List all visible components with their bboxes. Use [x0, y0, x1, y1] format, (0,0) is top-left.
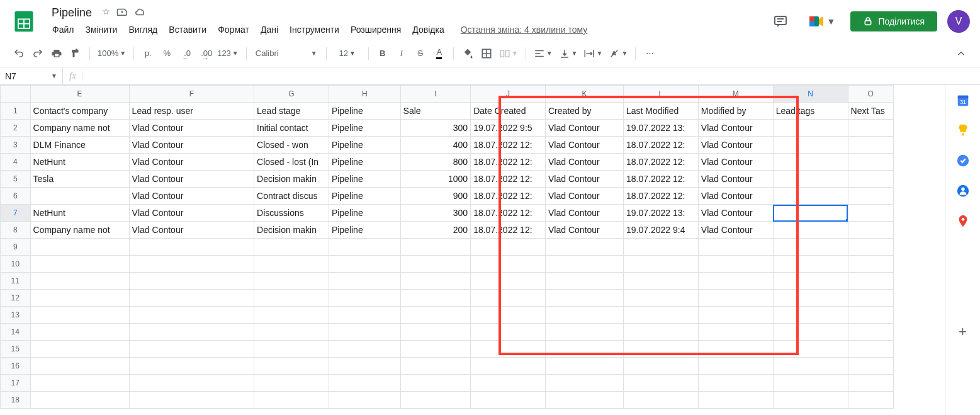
col-header-E[interactable]: E [30, 86, 129, 103]
cell[interactable] [329, 307, 400, 324]
cell[interactable]: Contact's company [30, 103, 129, 120]
col-header-N[interactable]: N [773, 86, 848, 103]
cell[interactable]: Next Tas [848, 103, 893, 120]
cell[interactable]: Vlad Contour [546, 188, 624, 205]
menu-view[interactable]: Вигляд [124, 22, 162, 37]
cell[interactable] [773, 256, 848, 273]
cell[interactable]: Company name not [30, 120, 129, 137]
cell[interactable] [773, 222, 848, 239]
dec-decrease-button[interactable]: .0← [177, 45, 194, 62]
cell[interactable] [254, 358, 329, 375]
cell[interactable]: 19.07.2022 13: [624, 120, 699, 137]
cell[interactable] [30, 188, 129, 205]
collapse-toolbar-button[interactable] [952, 45, 970, 62]
cell[interactable] [329, 358, 400, 375]
cell[interactable]: 18.07.2022 12: [624, 171, 699, 188]
cell[interactable]: Vlad Contour [129, 222, 254, 239]
row-header[interactable]: 1 [1, 103, 31, 120]
cell[interactable] [698, 341, 773, 358]
cell[interactable]: Date Created [471, 103, 546, 120]
font-select[interactable]: Calibri▼ [252, 45, 321, 62]
col-header-F[interactable]: F [129, 86, 254, 103]
cell[interactable] [624, 375, 699, 392]
row-header[interactable]: 4 [1, 154, 31, 171]
cell[interactable]: Vlad Contour [129, 188, 254, 205]
cell[interactable] [129, 324, 254, 341]
doc-title[interactable]: Pipeline [48, 5, 96, 21]
cell[interactable] [30, 375, 129, 392]
cell[interactable] [471, 375, 546, 392]
col-header-O[interactable]: O [848, 86, 893, 103]
wrap-button[interactable]: ▼ [581, 45, 605, 62]
menu-data[interactable]: Дані [256, 22, 283, 37]
cell[interactable]: Vlad Contour [129, 120, 254, 137]
cell[interactable] [329, 341, 400, 358]
menu-edit[interactable]: Змінити [81, 22, 121, 37]
keep-icon[interactable] [955, 123, 971, 138]
col-header-L[interactable]: L [624, 86, 699, 103]
col-header-J[interactable]: J [471, 86, 546, 103]
cell[interactable] [400, 392, 471, 409]
cell[interactable] [329, 324, 400, 341]
cell[interactable] [848, 222, 893, 239]
cell[interactable] [848, 324, 893, 341]
row-header[interactable]: 11 [1, 273, 31, 290]
cell[interactable] [400, 256, 471, 273]
cell[interactable] [129, 392, 254, 409]
cell[interactable] [773, 290, 848, 307]
cell[interactable]: Vlad Contour [546, 205, 624, 222]
cell[interactable] [773, 375, 848, 392]
cell[interactable] [329, 256, 400, 273]
cell[interactable]: 18.07.2022 12: [624, 154, 699, 171]
h-align-button[interactable]: ▼ [531, 45, 555, 62]
spreadsheet-grid[interactable]: E F G H I J K L M N O 1Con [0, 85, 894, 409]
cell[interactable] [400, 307, 471, 324]
row-header[interactable]: 7 [1, 205, 31, 222]
cell[interactable] [471, 324, 546, 341]
cell[interactable] [30, 290, 129, 307]
cell[interactable]: Vlad Contour [698, 222, 773, 239]
cell[interactable] [254, 239, 329, 256]
cell[interactable] [329, 375, 400, 392]
cell[interactable]: 18.07.2022 12: [471, 222, 546, 239]
text-color-button[interactable]: A [431, 45, 448, 62]
cell[interactable] [30, 341, 129, 358]
cell[interactable]: DLM Finance [30, 137, 129, 154]
name-box[interactable]: N7 ▼ [0, 67, 63, 84]
cell[interactable]: Vlad Contour [698, 188, 773, 205]
cell[interactable] [624, 273, 699, 290]
cell[interactable] [773, 307, 848, 324]
cell[interactable] [698, 256, 773, 273]
cell[interactable] [773, 324, 848, 341]
cell[interactable] [773, 120, 848, 137]
cell[interactable] [129, 341, 254, 358]
cell[interactable] [848, 205, 893, 222]
cell[interactable]: Modified by [698, 103, 773, 120]
col-header-M[interactable]: M [698, 86, 773, 103]
cell[interactable]: 18.07.2022 12: [471, 154, 546, 171]
cell[interactable] [546, 324, 624, 341]
row-header[interactable]: 15 [1, 341, 31, 358]
cell[interactable] [471, 239, 546, 256]
cell[interactable]: Closed - won [254, 137, 329, 154]
cell[interactable]: Last Modified [624, 103, 699, 120]
menu-extensions[interactable]: Розширення [346, 22, 405, 37]
row-header[interactable]: 12 [1, 290, 31, 307]
sheets-logo[interactable] [10, 8, 38, 35]
contacts-icon[interactable] [955, 183, 971, 198]
cell[interactable]: Tesla [30, 171, 129, 188]
cell[interactable] [546, 341, 624, 358]
cell[interactable] [848, 358, 893, 375]
cell[interactable]: Vlad Contour [129, 154, 254, 171]
cell[interactable] [30, 392, 129, 409]
cell[interactable]: 400 [400, 137, 471, 154]
cell[interactable] [624, 290, 699, 307]
cell[interactable] [698, 290, 773, 307]
cell[interactable]: Discussions [254, 205, 329, 222]
cell[interactable] [698, 307, 773, 324]
cell[interactable] [546, 375, 624, 392]
cell[interactable]: Vlad Contour [546, 120, 624, 137]
row-header[interactable]: 17 [1, 375, 31, 392]
cell[interactable] [329, 239, 400, 256]
fill-color-button[interactable] [459, 45, 476, 62]
